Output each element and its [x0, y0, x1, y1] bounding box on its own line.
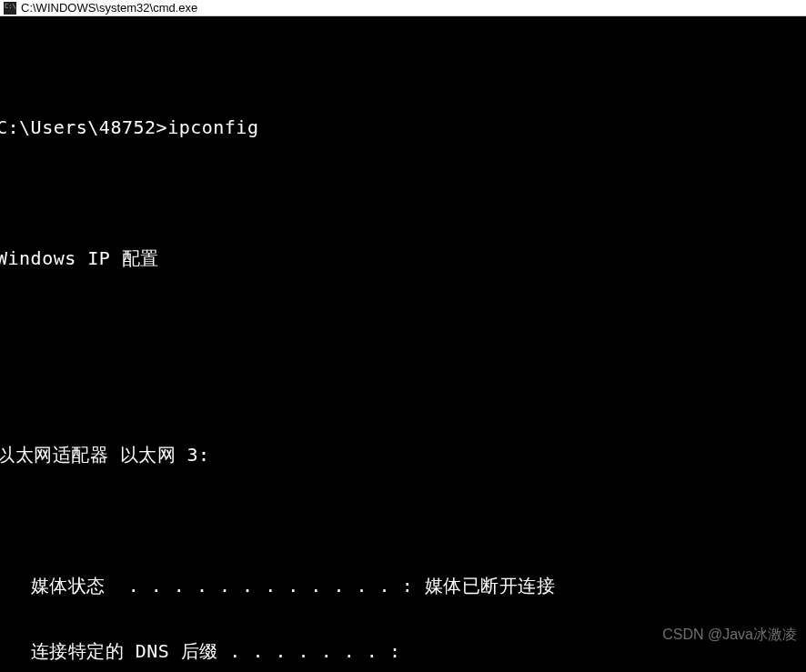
terminal-content: C:\Users\48752>ipconfig Windows IP 配置 以太… — [0, 60, 806, 672]
blank-line — [0, 509, 806, 531]
output-header: Windows IP 配置 — [0, 247, 806, 269]
blank-line — [0, 182, 806, 204]
blank-line — [0, 378, 806, 400]
row-label: 媒体状态 . . . . . . . . . . . . : — [0, 575, 425, 597]
cmd-icon — [4, 2, 16, 15]
adapter-row: 媒体状态 . . . . . . . . . . . . : 媒体已断开连接 — [0, 575, 806, 597]
adapter-title: 以太网适配器 以太网 3: — [0, 444, 806, 466]
prompt-path: C:\Users\48752> — [0, 116, 167, 138]
command-text: ipconfig — [167, 116, 258, 138]
row-value: 媒体已断开连接 — [425, 575, 556, 597]
window-title: C:\WINDOWS\system32\cmd.exe — [21, 1, 197, 15]
row-label: 连接特定的 DNS 后缀 . . . . . . . : — [0, 640, 400, 662]
prompt-line: C:\Users\48752>ipconfig — [0, 116, 806, 138]
terminal-area[interactable]: C:\Users\48752>ipconfig Windows IP 配置 以太… — [0, 16, 806, 672]
watermark-text: CSDN @Java冰激凌 — [662, 626, 797, 645]
blank-line — [0, 313, 806, 335]
window-titlebar[interactable]: C:\WINDOWS\system32\cmd.exe — [0, 0, 806, 16]
